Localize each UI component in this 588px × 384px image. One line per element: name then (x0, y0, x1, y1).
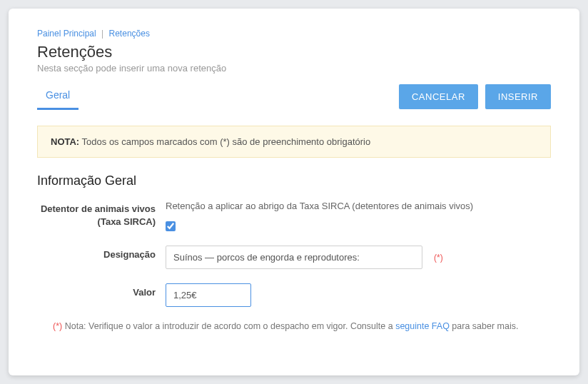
tab-geral[interactable]: Geral (37, 84, 78, 110)
footnote-text-post: para saber mais. (450, 321, 519, 331)
cancel-button[interactable]: CANCELAR (399, 84, 478, 109)
insert-button[interactable]: INSERIR (485, 84, 551, 109)
breadcrumb-link-painel[interactable]: Painel Principal (37, 29, 96, 39)
breadcrumb: Painel Principal | Retenções (37, 29, 551, 39)
note-text: Todos os campos marcados com (*) são de … (79, 136, 370, 147)
checkbox-detentor[interactable] (166, 221, 176, 231)
form-row-detentor: Detentor de animais vivos (Taxa SIRCA) R… (37, 200, 551, 231)
section-title: Informação Geral (37, 173, 551, 188)
label-designacao: Designação (37, 246, 166, 261)
breadcrumb-link-retencoes[interactable]: Retenções (109, 29, 150, 39)
required-mark-designacao: (*) (434, 253, 443, 263)
action-buttons: CANCELAR INSERIR (399, 84, 551, 109)
breadcrumb-separator: | (101, 29, 103, 39)
help-text-detentor: Retenção a aplicar ao abrigo da Taxa SIR… (166, 200, 473, 213)
input-valor[interactable] (166, 283, 251, 307)
footnote-asterisk: (*) (53, 321, 62, 331)
note-label: NOTA: (51, 136, 79, 147)
note-box: NOTA: Todos os campos marcados com (*) s… (37, 126, 551, 158)
footnote: (*) Nota: Verifique o valor a introduzir… (37, 321, 551, 331)
label-valor: Valor (37, 283, 166, 299)
form-row-designacao: Designação (*) (37, 246, 551, 269)
control-valor (166, 283, 551, 307)
input-designacao[interactable] (166, 246, 422, 269)
page-title: Retenções (37, 43, 551, 61)
control-detentor: Retenção a aplicar ao abrigo da Taxa SIR… (166, 200, 551, 231)
tab-row: Geral CANCELAR INSERIR (37, 84, 551, 110)
tabs: Geral (37, 84, 78, 110)
control-designacao: (*) (166, 246, 551, 269)
footnote-text-pre: Nota: Verifique o valor a introduzir de … (62, 321, 395, 331)
form-row-valor: Valor (37, 283, 551, 307)
footnote-link-faq[interactable]: seguinte FAQ (395, 321, 450, 331)
label-detentor: Detentor de animais vivos (Taxa SIRCA) (37, 200, 166, 228)
main-card: Painel Principal | Retenções Retenções N… (9, 9, 579, 375)
page-subtitle: Nesta secção pode inserir uma nova reten… (37, 63, 551, 74)
